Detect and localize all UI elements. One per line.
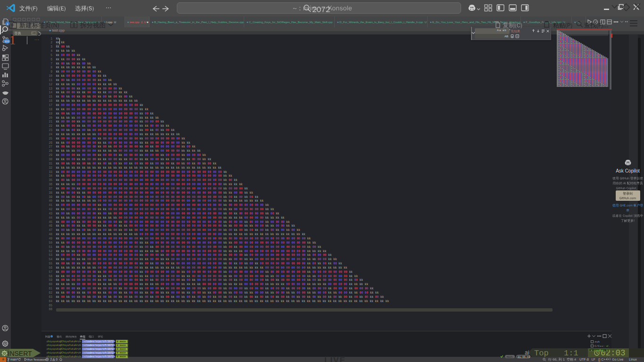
svg-text:AB: AB — [33, 32, 36, 34]
svg-text:333: 333 — [4, 40, 9, 43]
